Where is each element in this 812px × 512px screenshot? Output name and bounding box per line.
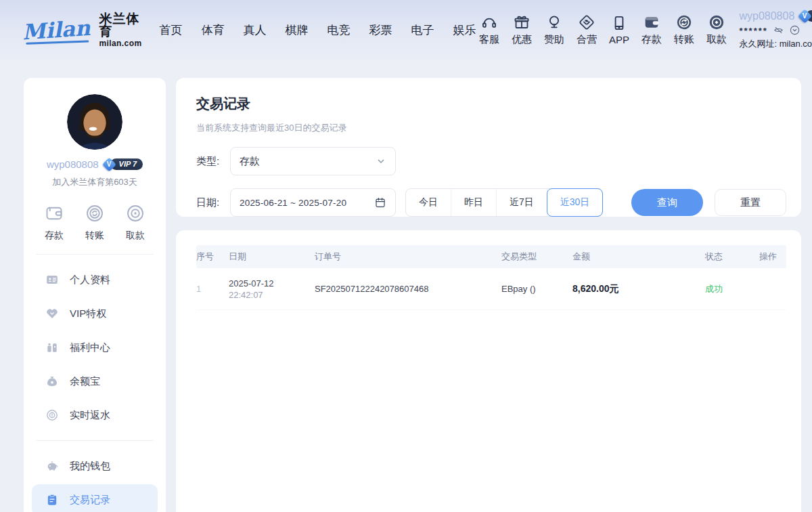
- date-label: 日期:: [196, 196, 230, 209]
- header-quick-actions: 客服 优惠: [476, 14, 729, 46]
- type-select-value: 存款: [240, 155, 376, 168]
- sidebar-item-benefits[interactable]: 福利中心: [24, 330, 166, 364]
- col-index: 序号: [196, 251, 229, 263]
- user-info: wyp080808 V VIP 7 ******: [739, 10, 812, 50]
- col-type: 交易类型: [501, 251, 572, 263]
- gift-icon: [513, 14, 531, 31]
- deposit-button[interactable]: 存款: [638, 14, 664, 46]
- logo-domain: milan.com: [99, 39, 142, 47]
- sponsorship-button[interactable]: 赞助: [541, 14, 567, 46]
- filter-panel: 交易记录 当前系统支持查询最近30日的交易记录 类型: 存款 日期: 2025-…: [176, 78, 801, 217]
- sidebar-deposit-button[interactable]: 存款: [44, 203, 64, 242]
- row-index: 1: [196, 284, 229, 294]
- page-title: 交易记录: [196, 95, 786, 113]
- sidebar-item-label: 余额宝: [70, 375, 100, 388]
- header-username[interactable]: wyp080808: [739, 10, 794, 22]
- top-header: Milan 米兰体育 milan.com 首页 体育 真人 棋牌 电竞 彩票 电…: [0, 0, 812, 60]
- main-nav: 首页 体育 真人 棋牌 电竞 彩票 电子 娱乐: [159, 22, 476, 38]
- sidebar-item-transaction-records[interactable]: 交易记录: [32, 484, 158, 512]
- handshake-icon: [578, 14, 595, 31]
- nav-live-casino[interactable]: 真人: [243, 22, 266, 38]
- app-download-button[interactable]: APP: [606, 14, 632, 45]
- sidebar: wyp080808 V VIP 7 加入米兰体育第603天 存款: [24, 78, 166, 512]
- date-range-input[interactable]: 2025-06-21 ~ 2025-07-20: [230, 188, 396, 217]
- rebate-icon: [45, 408, 59, 422]
- calendar-icon: [374, 196, 386, 209]
- masked-balance: ******: [739, 24, 767, 35]
- range-30days-button[interactable]: 近30日: [547, 189, 603, 216]
- sidebar-item-profile[interactable]: 个人资料: [24, 263, 166, 297]
- withdraw-button[interactable]: 取款: [703, 14, 729, 46]
- range-yesterday-button[interactable]: 昨日: [451, 189, 496, 216]
- sidebar-item-label: 实时返水: [70, 409, 110, 422]
- profile-avatar[interactable]: [67, 94, 122, 150]
- nav-slots[interactable]: 电子: [411, 22, 434, 38]
- range-7days-button[interactable]: 近7日: [496, 189, 547, 216]
- logo-cn-name: 米兰体育: [99, 12, 142, 38]
- sidebar-item-my-wallet[interactable]: 我的钱包: [24, 449, 166, 483]
- col-order-no: 订单号: [315, 251, 501, 263]
- sidebar-item-label: 我的钱包: [70, 460, 110, 473]
- nav-esports[interactable]: 电竞: [327, 22, 350, 38]
- permanent-url-label: 永久网址: milan.com: [739, 38, 812, 50]
- headset-icon: [480, 14, 498, 31]
- nav-entertainment[interactable]: 娱乐: [453, 22, 476, 38]
- coin-filled-icon: [708, 14, 725, 31]
- transfer-button[interactable]: 转账: [671, 14, 697, 46]
- benefits-icon: [45, 341, 59, 354]
- support-button[interactable]: 客服: [476, 14, 502, 46]
- col-amount: 金额: [572, 251, 705, 263]
- sidebar-menu-wallet: 我的钱包 交易记录: [24, 441, 166, 512]
- col-status: 状态: [705, 251, 759, 263]
- wallet-filled-icon: [643, 14, 660, 31]
- sidebar-item-label: 福利中心: [70, 341, 110, 354]
- affiliate-button[interactable]: 合营: [573, 14, 600, 46]
- join-days-text: 加入米兰体育第603天: [24, 176, 166, 188]
- wallet-icon: [44, 203, 64, 223]
- row-status-badge: 成功: [705, 283, 759, 295]
- clipboard-icon: [45, 493, 59, 507]
- withdraw-icon: [125, 203, 145, 223]
- table-row: 1 2025-07-12 22:42:07 SF2025071222420786…: [196, 268, 786, 310]
- transfer-filled-icon: [675, 14, 693, 31]
- row-date: 2025-07-12 22:42:07: [229, 278, 315, 300]
- sidebar-item-label: VIP特权: [70, 307, 106, 320]
- sidebar-item-yuebao[interactable]: 余额宝: [24, 364, 166, 398]
- row-date-time: 22:42:07: [229, 290, 315, 300]
- site-logo[interactable]: Milan 米兰体育 milan.com: [22, 12, 141, 47]
- nav-sports[interactable]: 体育: [201, 22, 224, 38]
- vip-heart-icon: [45, 307, 59, 320]
- nav-cards[interactable]: 棋牌: [285, 22, 308, 38]
- row-order-no: SF202507122242078607468: [315, 284, 501, 294]
- search-button[interactable]: 查询: [631, 189, 703, 216]
- sidebar-quick-actions: 存款 转账 取款: [24, 188, 166, 254]
- sidebar-item-label: 个人资料: [70, 274, 110, 286]
- money-bag-icon: [45, 375, 59, 388]
- vip-badge: V VIP 7: [800, 10, 812, 22]
- sidebar-item-vip[interactable]: VIP特权: [24, 297, 166, 330]
- sidebar-item-label: 交易记录: [70, 494, 110, 507]
- type-select[interactable]: 存款: [230, 147, 396, 175]
- table-header: 序号 日期 订单号 交易类型 金额 状态 操作: [196, 245, 786, 268]
- sidebar-vip-badge: V VIP 7: [104, 158, 143, 170]
- reset-button[interactable]: 重置: [715, 189, 786, 216]
- row-amount: 8,620.00元: [572, 283, 705, 295]
- nav-home[interactable]: 首页: [159, 22, 182, 38]
- range-today-button[interactable]: 今日: [406, 189, 451, 216]
- row-type: EBpay (): [501, 284, 572, 294]
- date-range-value: 2025-06-21 ~ 2025-07-20: [240, 198, 374, 208]
- sidebar-menu: 个人资料 VIP特权 福利中心: [24, 255, 166, 440]
- promotions-button[interactable]: 优惠: [508, 14, 535, 46]
- quick-range-group: 今日 昨日 近7日 近30日: [405, 188, 603, 217]
- eye-off-icon[interactable]: [773, 24, 784, 36]
- phone-icon: [610, 14, 628, 32]
- row-date-day: 2025-07-12: [229, 278, 315, 289]
- page-hint: 当前系统支持查询最近30日的交易记录: [196, 122, 786, 134]
- sidebar-transfer-button[interactable]: 转账: [85, 203, 105, 242]
- id-card-icon: [45, 273, 59, 286]
- col-operation: 操作: [759, 251, 786, 263]
- nav-lottery[interactable]: 彩票: [369, 22, 392, 38]
- sidebar-withdraw-button[interactable]: 取款: [125, 203, 145, 242]
- sidebar-item-rebate[interactable]: 实时返水: [24, 398, 166, 432]
- chevron-down-circle-icon[interactable]: [789, 24, 800, 36]
